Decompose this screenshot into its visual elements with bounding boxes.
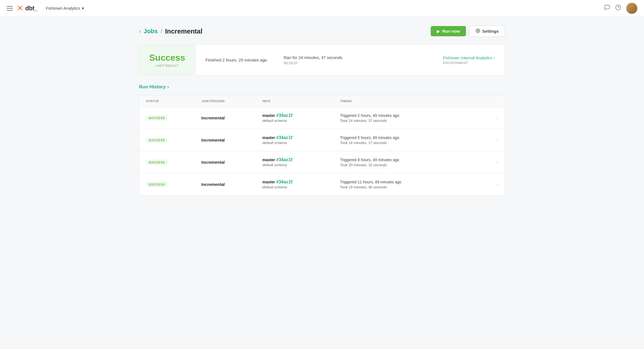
info-branch: master — [262, 135, 276, 140]
table-row[interactable]: SUCCESS Incremental master #34ac1f defau… — [139, 107, 505, 129]
status-value: Success — [149, 53, 185, 63]
info-schema: default schema — [262, 141, 340, 145]
breadcrumb-separator: / — [161, 28, 162, 35]
run-history-link[interactable]: Run History › — [139, 84, 505, 90]
timing-cell: Triggered 11 hours, 49 minutes ago Took … — [340, 180, 487, 189]
nav-right — [604, 3, 637, 14]
timing-cell: Triggered 8 hours, 49 minutes ago Took 2… — [340, 158, 487, 167]
gear-icon — [476, 29, 480, 34]
status-section: Success LAST RESULT — [139, 45, 196, 75]
info-branch-commit: master #34ac1f — [262, 113, 340, 118]
info-cell: master #34ac1f default schema — [262, 157, 340, 167]
run-history-label: Run History — [139, 84, 166, 90]
col-status: STATUS — [146, 99, 201, 103]
avatar-image — [626, 3, 637, 14]
col-action — [487, 99, 498, 103]
row-arrow-icon: › — [487, 160, 498, 165]
page-header: ‹ Jobs / Incremental ▶ Run now Settings — [139, 25, 505, 37]
info-cell: master #34ac1f default schema — [262, 179, 340, 189]
row-arrow-icon: › — [487, 138, 498, 143]
settings-button[interactable]: Settings — [469, 25, 505, 37]
help-icon[interactable] — [615, 4, 621, 12]
timing-took: Took 18 minutes, 17 seconds — [340, 141, 487, 145]
job-name: Incremental — [201, 160, 262, 165]
status-badge: SUCCESS — [146, 137, 168, 143]
timing-took: Took 24 minutes, 37 seconds — [340, 119, 487, 123]
status-cell: SUCCESS — [146, 137, 201, 143]
logo-text: dbt_ — [25, 5, 37, 12]
info-schema: default schema — [262, 185, 340, 189]
env-link-text: Fishtown Internal Analytics — [443, 55, 492, 60]
org-chevron-icon: ▾ — [82, 6, 84, 11]
timing-triggered: Triggered 5 hours, 49 minutes ago — [340, 135, 487, 140]
org-name: Fishtown Analytics — [46, 6, 80, 11]
page-title: Incremental — [165, 27, 202, 35]
status-cell: SUCCESS — [146, 182, 201, 187]
chat-icon[interactable] — [604, 4, 610, 12]
status-cell: SUCCESS — [146, 115, 201, 121]
finished-detail: Finished 2 hours, 25 minutes ago — [206, 58, 267, 62]
info-commit[interactable]: #34ac1f — [276, 179, 293, 184]
info-schema: default schema — [262, 119, 340, 123]
info-commit[interactable]: #34ac1f — [276, 157, 293, 162]
info-cell: master #34ac1f default schema — [262, 113, 340, 123]
finished-text: Finished 2 hours, 25 minutes ago — [206, 58, 267, 62]
status-badge: SUCCESS — [146, 182, 168, 187]
status-label: LAST RESULT — [156, 64, 179, 67]
ran-for-detail: Ran for 24 minutes, 37 seconds 00:24:37 — [284, 55, 343, 65]
ran-for-time: 00:24:37 — [284, 61, 343, 65]
col-job-trigger: JOB/TRIGGER — [201, 99, 262, 103]
back-arrow-icon[interactable]: ‹ — [139, 28, 141, 34]
col-info: INFO — [262, 99, 340, 103]
org-selector[interactable]: Fishtown Analytics ▾ — [46, 6, 84, 11]
status-badge: SUCCESS — [146, 160, 168, 165]
row-arrow-icon: › — [487, 182, 498, 187]
env-label: ENVIRONMENT — [443, 61, 495, 65]
job-name: Incremental — [201, 116, 262, 120]
table-row[interactable]: SUCCESS Incremental master #34ac1f defau… — [139, 151, 505, 173]
nav-left: ✕ dbt_ Fishtown Analytics ▾ — [7, 4, 84, 13]
timing-cell: Triggered 5 hours, 49 minutes ago Took 1… — [340, 135, 487, 145]
play-icon: ▶ — [437, 29, 440, 34]
svg-point-2 — [477, 30, 478, 31]
info-cell: master #34ac1f default schema — [262, 135, 340, 145]
env-link[interactable]: Fishtown Internal Analytics › — [443, 55, 495, 60]
run-now-button[interactable]: ▶ Run now — [431, 26, 466, 36]
status-cell: SUCCESS — [146, 160, 201, 165]
avatar[interactable] — [626, 3, 637, 14]
env-link-arrow-icon: › — [493, 55, 495, 60]
job-name: Incremental — [201, 138, 262, 142]
ran-for-label: Ran for 24 minutes, 37 seconds — [284, 55, 343, 60]
table-header: STATUS JOB/TRIGGER INFO TIMING — [139, 96, 505, 107]
environment-section: Fishtown Internal Analytics › ENVIRONMEN… — [433, 45, 505, 75]
table-row[interactable]: SUCCESS Incremental master #34ac1f defau… — [139, 173, 505, 195]
col-timing: TIMING — [340, 99, 487, 103]
breadcrumb: ‹ Jobs / Incremental — [139, 27, 202, 35]
run-now-label: Run now — [442, 29, 460, 34]
table-body: SUCCESS Incremental master #34ac1f defau… — [139, 107, 505, 195]
logo: ✕ dbt_ — [17, 4, 37, 13]
info-commit[interactable]: #34ac1f — [276, 113, 293, 118]
jobs-link[interactable]: Jobs — [144, 28, 158, 35]
info-branch-commit: master #34ac1f — [262, 179, 340, 184]
logo-icon: ✕ — [17, 4, 23, 13]
info-branch: master — [262, 113, 276, 118]
status-card: Success LAST RESULT Finished 2 hours, 25… — [139, 45, 505, 75]
timing-triggered: Triggered 2 hours, 49 minutes ago — [340, 113, 487, 118]
header-actions: ▶ Run now Settings — [431, 25, 505, 37]
hamburger-menu[interactable] — [7, 6, 13, 11]
info-commit[interactable]: #34ac1f — [276, 135, 293, 140]
timing-triggered: Triggered 8 hours, 49 minutes ago — [340, 158, 487, 162]
top-navigation: ✕ dbt_ Fishtown Analytics ▾ — [0, 0, 644, 17]
row-arrow-icon: › — [487, 116, 498, 120]
timing-took: Took 19 minutes, 46 seconds — [340, 185, 487, 189]
run-table: STATUS JOB/TRIGGER INFO TIMING SUCCESS I… — [139, 95, 505, 196]
main-content: ‹ Jobs / Incremental ▶ Run now Settings … — [128, 17, 516, 204]
info-schema: default schema — [262, 163, 340, 167]
table-row[interactable]: SUCCESS Incremental master #34ac1f defau… — [139, 129, 505, 151]
status-details: Finished 2 hours, 25 minutes ago Ran for… — [196, 45, 433, 75]
info-branch: master — [262, 158, 276, 162]
info-branch-commit: master #34ac1f — [262, 135, 340, 140]
settings-label: Settings — [482, 29, 499, 34]
info-branch-commit: master #34ac1f — [262, 157, 340, 162]
